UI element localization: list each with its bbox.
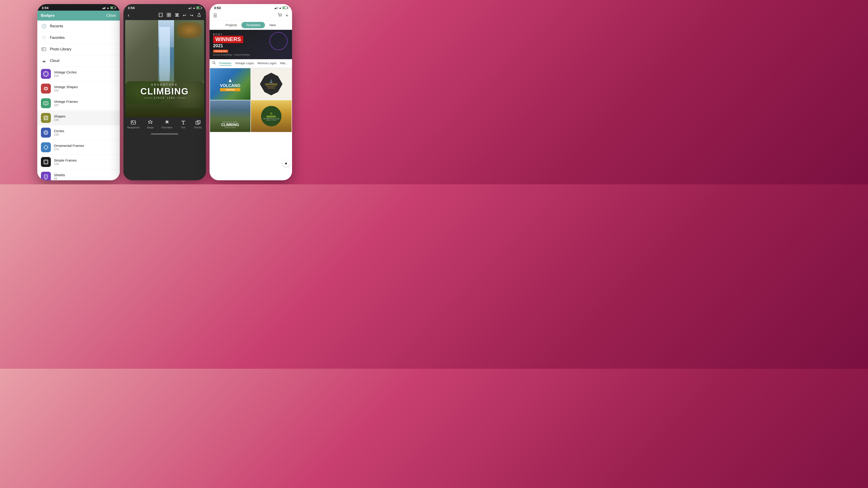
decoration-tool[interactable]: Decoration	[162, 120, 173, 129]
template-adventure[interactable]: ADVENTURE CLIMBING SINCE 1989	[210, 100, 251, 132]
wifi-icon-left: ▲	[107, 6, 110, 9]
editor-toolbar: ‹ ↩ ↪	[123, 11, 206, 20]
lib-name-ornamental-frames: Ornamental Frames	[54, 144, 84, 148]
badge-tool-label: Badge	[147, 126, 154, 129]
svg-rect-23	[169, 13, 170, 15]
align-tool[interactable]	[175, 13, 179, 18]
lib-name-shields: Shields	[54, 173, 65, 177]
menu-recents[interactable]: 🕐 Recents	[37, 21, 120, 32]
promo-banner[interactable]: BODY WINNERS 2021 VINTAGE PRO Access Eve…	[210, 30, 292, 59]
menu-cloud[interactable]: ☁ Cloud	[37, 55, 120, 67]
svg-point-30	[132, 121, 133, 122]
seafarer-title: Seafarer	[265, 83, 277, 86]
menu-photo-library[interactable]: Photo Library	[37, 43, 120, 55]
cloud-icon: ☁	[41, 58, 47, 64]
back-button[interactable]: ‹	[128, 12, 129, 18]
lib-name-shapes: Shapes	[54, 114, 66, 118]
seafarer-sub: SHIPWORKS	[266, 86, 276, 87]
lib-icon-vintage-circles	[41, 69, 51, 79]
signal-right	[275, 7, 278, 9]
menu-button[interactable]: ☰	[213, 13, 217, 18]
svg-line-36	[215, 63, 215, 64]
status-bar-center: 3:54 ▲	[123, 4, 206, 11]
lib-count-ornamental-frames: 270	[54, 148, 84, 151]
text-tool-label: Text	[181, 126, 185, 129]
text-tool[interactable]: Text	[180, 120, 186, 129]
lib-info-vintage-shapes: Vintage Shapes 152	[54, 85, 78, 92]
library-item-circles[interactable]: Circles 230	[37, 125, 120, 140]
svg-point-33	[279, 16, 280, 17]
lib-info-simple-frames: Simple Frames 126	[54, 158, 77, 166]
tab-templates[interactable]: Templates	[241, 22, 265, 28]
lib-count-simple-frames: 126	[54, 162, 77, 166]
lib-info-vintage-frames: Vintage Frames 187	[54, 100, 78, 107]
overlay-tool[interactable]: Overlay	[194, 120, 202, 129]
share-tool[interactable]	[197, 13, 202, 18]
template-seafarer[interactable]: ⚓ Seafarer SHIPWORKS ORIGINAL	[251, 68, 291, 100]
lib-info-vintage-circles: Vintage Circles 254	[54, 70, 77, 77]
cat-more[interactable]: Wat...	[280, 61, 287, 66]
crop-tool[interactable]	[158, 13, 163, 18]
svg-rect-9	[44, 117, 47, 119]
svg-point-16	[43, 147, 44, 148]
cat-vintage-logos[interactable]: Vintage Logos	[235, 61, 254, 66]
battery-center	[196, 6, 202, 9]
lib-count-vintage-shapes: 152	[54, 89, 78, 92]
undo-tool[interactable]: ↩	[183, 13, 186, 18]
riders-badge: ⊙ RIDERS MOTORCYCLE CLUB BORN TO RIDE	[261, 106, 281, 126]
redo-tool[interactable]: ↪	[190, 13, 193, 18]
menu-favorites-label: Favorites	[50, 36, 65, 40]
lib-info-circles: Circles 230	[54, 129, 64, 136]
adventure-text: ADVENTURE	[125, 83, 204, 86]
nav-right-icons: +	[277, 12, 288, 19]
lib-name-simple-frames: Simple Frames	[54, 158, 77, 162]
library-item-vintage-frames[interactable]: Vintage Frames 187	[37, 96, 120, 111]
volcano-title: VOLCANO	[220, 84, 240, 88]
library-item-simple-frames[interactable]: Simple Frames 126	[37, 155, 120, 169]
lib-count-vintage-frames: 187	[54, 103, 78, 107]
library-item-shields[interactable]: Shields 69	[37, 169, 120, 180]
battery-left	[110, 6, 115, 9]
left-phone: 3:54 ▲ Badges Close 🕐 Recents ♡ Favorite…	[37, 4, 120, 180]
status-icons-right: ▲	[275, 6, 287, 9]
tab-new[interactable]: New	[265, 22, 280, 28]
tab-projects[interactable]: Projects	[221, 22, 242, 28]
menu-favorites[interactable]: ♡ Favorites	[37, 32, 120, 43]
library-list: Vintage Circles 254 Vintage Shapes 152	[37, 67, 120, 180]
template-volcano[interactable]: ▲ VOLCANO TOURISM	[210, 68, 251, 100]
background-tool[interactable]: Background	[127, 120, 139, 129]
cart-icon[interactable]	[277, 12, 282, 19]
lib-icon-vintage-shapes	[41, 84, 51, 94]
right-phone: 3:53 ▲ ☰ +	[210, 4, 292, 180]
search-icon-templates[interactable]	[212, 61, 216, 66]
volcano-content: ▲ VOLCANO TOURISM	[220, 77, 240, 91]
library-item-vintage-shapes[interactable]: Vintage Shapes 152	[37, 81, 120, 96]
cat-minimal-logos[interactable]: Minimal Logos	[257, 61, 276, 66]
badge-tool[interactable]: Badge	[147, 120, 154, 129]
time-left: 3:54	[42, 6, 49, 10]
svg-rect-18	[44, 161, 47, 163]
add-icon[interactable]: +	[285, 13, 288, 19]
signal-left	[102, 7, 106, 9]
lib-name-circles: Circles	[54, 129, 64, 133]
editor-canvas[interactable]: ADVENTURE CLIMBING SINCE 1989	[125, 20, 204, 117]
library-item-ornamental-frames[interactable]: Ornamental Frames 270	[37, 140, 120, 155]
lib-info-shapes: Shapes 155	[54, 114, 66, 122]
canvas-text-overlay: ADVENTURE CLIMBING SINCE 1989	[125, 83, 204, 99]
library-item-shapes[interactable]: Shapes 155	[37, 111, 120, 125]
template-riders[interactable]: ⊙ RIDERS MOTORCYCLE CLUB BORN TO RIDE	[251, 100, 291, 132]
grid-tool[interactable]	[166, 13, 171, 18]
lib-icon-shields	[41, 172, 51, 180]
cat-freebies[interactable]: Freebies	[219, 61, 231, 66]
wifi-icon-right: ▲	[279, 6, 282, 9]
svg-point-10	[44, 131, 48, 135]
promo-circle-decoration	[270, 32, 287, 50]
category-tabs: Freebies Vintage Logos Minimal Logos Wat…	[210, 59, 292, 68]
scroll-up-button[interactable]: ▲	[283, 160, 290, 167]
since-text: SINCE 1989	[125, 97, 204, 99]
menu-recents-label: Recents	[50, 24, 63, 28]
library-item-vintage-circles[interactable]: Vintage Circles 254	[37, 67, 120, 81]
riders-born: BORN TO RIDE	[266, 120, 276, 121]
status-bar-left: 3:54 ▲	[37, 4, 120, 11]
close-button[interactable]: Close	[106, 13, 116, 18]
